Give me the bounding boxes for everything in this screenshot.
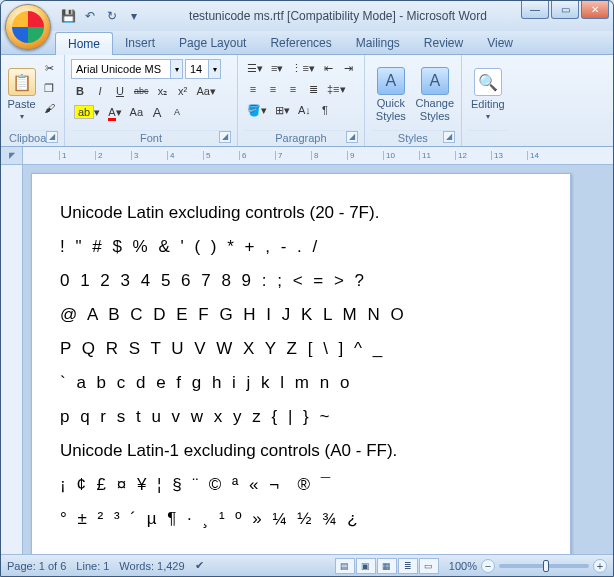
shrink-font-button[interactable]: A [168, 103, 186, 121]
zoom-control: 100% − + [449, 559, 607, 573]
ruler-corner: ◤ [1, 147, 23, 165]
proofing-icon[interactable]: ✔ [195, 559, 204, 572]
ribbon: 📋 Paste ▾ ✂ ❐ 🖌 Clipboard◢ Arial Unicode… [1, 55, 613, 147]
font-color-button[interactable]: A▾ [105, 103, 124, 121]
close-button[interactable]: ✕ [581, 1, 609, 19]
status-line[interactable]: Line: 1 [76, 560, 109, 572]
status-page[interactable]: Page: 1 of 6 [7, 560, 66, 572]
group-editing: 🔍 Editing ▾ [462, 55, 514, 146]
tab-insert[interactable]: Insert [113, 32, 167, 54]
document-area[interactable]: Unicode Latin excluding controls (20 - 7… [1, 165, 613, 554]
workspace: ◤ 1234567891011121314 Unicode Latin excl… [1, 147, 613, 554]
zoom-level[interactable]: 100% [449, 560, 477, 572]
print-layout-view-button[interactable]: ▤ [335, 558, 355, 574]
cut-button[interactable]: ✂ [40, 59, 58, 77]
doc-line[interactable]: ! " # $ % & ' ( ) * + , - . / [60, 230, 542, 264]
doc-line[interactable]: p q r s t u v w x y z { | } ~ [60, 400, 542, 434]
underline-button[interactable]: U [111, 82, 129, 100]
clipboard-dialog-icon[interactable]: ◢ [46, 131, 58, 143]
chevron-down-icon[interactable]: ▾ [170, 60, 182, 78]
align-left-button[interactable]: ≡ [244, 80, 262, 98]
highlight-button[interactable]: ab▾ [71, 103, 103, 121]
page[interactable]: Unicode Latin excluding controls (20 - 7… [31, 173, 571, 554]
bullets-button[interactable]: ☰▾ [244, 59, 266, 77]
horizontal-ruler[interactable]: ◤ 1234567891011121314 [1, 147, 613, 165]
group-paragraph: ☰▾ ≡▾ ⋮≡▾ ⇤ ⇥ ≡ ≡ ≡ ≣ ‡≡▾ 🪣▾ [238, 55, 365, 146]
doc-line[interactable]: @ A B C D E F G H I J K L M N O [60, 298, 542, 332]
redo-icon[interactable]: ↻ [103, 7, 121, 25]
increase-indent-button[interactable]: ⇥ [340, 59, 358, 77]
font-name-combo[interactable]: Arial Unicode MS▾ [71, 59, 183, 79]
line-spacing-button[interactable]: ‡≡▾ [324, 80, 349, 98]
tab-page-layout[interactable]: Page Layout [167, 32, 258, 54]
tab-review[interactable]: Review [412, 32, 475, 54]
editing-button[interactable]: 🔍 Editing ▾ [468, 59, 508, 130]
doc-line[interactable]: P Q R S T U V W X Y Z [ \ ] ^ _ [60, 332, 542, 366]
maximize-button[interactable]: ▭ [551, 1, 579, 19]
zoom-slider[interactable] [499, 564, 589, 568]
zoom-thumb[interactable] [543, 560, 549, 572]
doc-line[interactable]: 0 1 2 3 4 5 6 7 8 9 : ; < = > ? [60, 264, 542, 298]
qat-customize-icon[interactable]: ▾ [125, 7, 143, 25]
status-bar: Page: 1 of 6 Line: 1 Words: 1,429 ✔ ▤ ▣ … [1, 554, 613, 576]
group-label-font: Font◢ [71, 130, 231, 144]
undo-icon[interactable]: ↶ [81, 7, 99, 25]
multilevel-button[interactable]: ⋮≡▾ [288, 59, 317, 77]
vertical-ruler[interactable] [1, 165, 23, 554]
tab-references[interactable]: References [258, 32, 343, 54]
show-marks-button[interactable]: ¶ [316, 101, 334, 119]
strike-button[interactable]: abc [131, 82, 152, 100]
format-painter-button[interactable]: 🖌 [40, 99, 58, 117]
doc-line[interactable]: ¡ ¢ £ ¤ ¥ ¦ § ¨ © ª « ¬ ­ ® ¯ [60, 468, 542, 502]
zoom-in-button[interactable]: + [593, 559, 607, 573]
justify-button[interactable]: ≣ [304, 80, 322, 98]
group-label-paragraph: Paragraph◢ [244, 130, 358, 144]
change-case-button[interactable]: Aa▾ [194, 82, 219, 100]
italic-button[interactable]: I [91, 82, 109, 100]
quick-styles-button[interactable]: A Quick Styles [371, 59, 411, 130]
outline-view-button[interactable]: ≣ [398, 558, 418, 574]
full-screen-view-button[interactable]: ▣ [356, 558, 376, 574]
shading-button[interactable]: 🪣▾ [244, 101, 270, 119]
group-label-clipboard: Clipboard◢ [7, 130, 58, 144]
font-dialog-icon[interactable]: ◢ [219, 131, 231, 143]
borders-button[interactable]: ⊞▾ [272, 101, 293, 119]
chevron-down-icon[interactable]: ▾ [208, 60, 220, 78]
clear-format-button[interactable]: Aa [127, 103, 146, 121]
doc-line[interactable]: ` a b c d e f g h i j k l m n o [60, 366, 542, 400]
office-button[interactable] [5, 4, 51, 50]
bold-button[interactable]: B [71, 82, 89, 100]
change-styles-icon: A [421, 67, 449, 95]
sort-button[interactable]: A↓ [295, 101, 314, 119]
tab-mailings[interactable]: Mailings [344, 32, 412, 54]
superscript-button[interactable]: x² [174, 82, 192, 100]
doc-line[interactable]: ° ± ² ³ ´ µ ¶ · ¸ ¹ º » ¼ ½ ¾ ¿ [60, 502, 542, 536]
grow-font-button[interactable]: A [148, 103, 166, 121]
web-layout-view-button[interactable]: ▦ [377, 558, 397, 574]
group-label-styles: Styles◢ [371, 130, 455, 144]
font-size-combo[interactable]: 14▾ [185, 59, 221, 79]
change-styles-button[interactable]: A Change Styles [415, 59, 455, 130]
status-words[interactable]: Words: 1,429 [119, 560, 184, 572]
tab-view[interactable]: View [475, 32, 525, 54]
find-icon: 🔍 [474, 68, 502, 96]
decrease-indent-button[interactable]: ⇤ [320, 59, 338, 77]
subscript-button[interactable]: x₂ [154, 82, 172, 100]
draft-view-button[interactable]: ▭ [419, 558, 439, 574]
copy-button[interactable]: ❐ [40, 79, 58, 97]
paste-label: Paste [7, 98, 35, 110]
align-center-button[interactable]: ≡ [264, 80, 282, 98]
paragraph-dialog-icon[interactable]: ◢ [346, 131, 358, 143]
align-right-button[interactable]: ≡ [284, 80, 302, 98]
minimize-button[interactable]: — [521, 1, 549, 19]
quick-styles-icon: A [377, 67, 405, 95]
tab-home[interactable]: Home [55, 32, 113, 55]
titlebar: 💾 ↶ ↻ ▾ testunicode ms.rtf [Compatibilit… [1, 1, 613, 31]
zoom-out-button[interactable]: − [481, 559, 495, 573]
paste-button[interactable]: 📋 Paste ▾ [7, 59, 36, 130]
save-icon[interactable]: 💾 [59, 7, 77, 25]
doc-line[interactable]: Unicode Latin excluding controls (20 - 7… [60, 196, 542, 230]
styles-dialog-icon[interactable]: ◢ [443, 131, 455, 143]
numbering-button[interactable]: ≡▾ [268, 59, 286, 77]
doc-line[interactable]: Unicode Latin-1 excluding controls (A0 -… [60, 434, 542, 468]
